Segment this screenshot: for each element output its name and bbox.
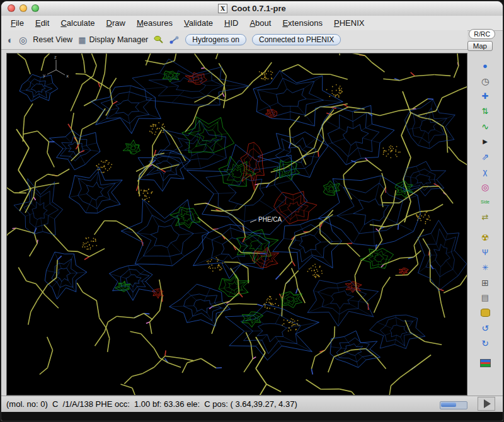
window-title: Coot 0.7.1-pre (231, 4, 286, 13)
clock-icon[interactable]: ◷ (477, 74, 493, 88)
bond-tool-icon[interactable] (169, 35, 180, 44)
menu-draw[interactable]: Draw (101, 17, 131, 29)
resize-grip-icon (484, 399, 491, 408)
display-manager-label: Display Manager (89, 35, 148, 44)
redo-icon[interactable]: ↻ (477, 336, 493, 350)
resize-grip[interactable] (478, 397, 495, 411)
center-icon[interactable]: ◎ (19, 35, 27, 45)
title-area: X Coot 0.7.1-pre (218, 4, 286, 13)
density-scene: z x y PHE/CA (7, 54, 467, 395)
stereo-icon[interactable]: ◐ (8, 35, 13, 45)
axis-y-label: y (43, 73, 45, 78)
toolbar-group-separator (474, 351, 496, 355)
key-icon[interactable] (154, 35, 164, 44)
window-frame-bottom (1, 412, 503, 421)
rotamer-icon[interactable]: χ (477, 165, 493, 178)
menu-file[interactable]: File (5, 17, 30, 29)
display-grid-icon: ▦ (78, 36, 86, 44)
database-icon[interactable] (477, 306, 493, 319)
torsion-icon[interactable]: ∿ (477, 120, 493, 133)
status-text: (mol. no: 0) C /1/A/138 PHE occ: 1.00 bf… (6, 396, 297, 412)
rotate-translate-icon[interactable]: ⇅ (477, 105, 493, 118)
right-toolbar: ●◷✚⇅∿▶⇗χ◎Side⇄☢Ψ✳⊞▤↺↻ (474, 59, 496, 370)
sphere-icon[interactable]: ● (477, 59, 493, 72)
map-button[interactable]: Map (467, 41, 493, 51)
residue-label-text: PHE/CA (258, 216, 282, 223)
coot-window: X Coot 0.7.1-pre File Edit Calculate Dra… (1, 1, 503, 421)
bonds-icon[interactable]: ✳ (477, 261, 493, 274)
menu-calculate[interactable]: Calculate (55, 17, 100, 29)
toolbar: ◐ ◎ Reset View ▦ Display Manager Hydroge… (1, 30, 467, 50)
statusbar: (mol. no: 0) C /1/A/138 PHE occ: 1.00 bf… (1, 396, 503, 413)
menu-extensions[interactable]: Extensions (277, 17, 328, 29)
undo-icon[interactable]: ↺ (477, 321, 493, 334)
play-icon[interactable]: ▶ (477, 135, 493, 148)
add-box-icon[interactable]: ⊞ (477, 276, 493, 289)
reset-view-button[interactable]: Reset View (33, 35, 72, 44)
window-controls (8, 4, 43, 12)
close-button[interactable] (8, 4, 15, 12)
drag-icon[interactable]: ⇗ (477, 150, 493, 163)
menu-edit[interactable]: Edit (30, 17, 55, 29)
menu-validate[interactable]: Validate (178, 17, 219, 29)
branch-icon[interactable]: Ψ (477, 246, 493, 259)
zoom-button[interactable] (32, 4, 39, 12)
hydrogens-toggle[interactable]: Hydrogens on (185, 34, 246, 45)
flag-icon[interactable] (477, 356, 493, 370)
minimize-button[interactable] (20, 4, 27, 12)
x11-icon: X (218, 4, 227, 13)
menu-phenix[interactable]: PHENIX (328, 17, 370, 29)
radiation-icon[interactable]: ☢ (477, 231, 493, 244)
titlebar: X Coot 0.7.1-pre (1, 1, 503, 16)
move-atoms-icon[interactable]: ✚ (477, 89, 493, 103)
mutate-icon[interactable]: ⇄ (477, 210, 493, 224)
mini-scrollbar[interactable] (440, 401, 467, 409)
rrc-button[interactable]: R/RC (469, 29, 495, 39)
axes-indicator: z x y (43, 55, 69, 79)
printer-icon[interactable]: ▤ (477, 291, 493, 304)
rings-icon[interactable]: ◎ (477, 180, 493, 193)
phenix-status-button[interactable]: Connected to PHENIX (252, 34, 341, 45)
display-manager-button[interactable]: ▦ Display Manager (78, 35, 148, 44)
menu-about[interactable]: About (244, 17, 277, 29)
axis-z-label: z (54, 55, 57, 60)
menu-measures[interactable]: Measures (131, 17, 178, 29)
toolbar-group-separator (474, 225, 496, 229)
molecular-viewport[interactable]: z x y PHE/CA (6, 53, 467, 396)
scrollbar-thumb[interactable] (441, 402, 456, 407)
menubar: File Edit Calculate Draw Measures Valida… (1, 16, 503, 31)
menu-hid[interactable]: HID (219, 17, 244, 29)
axis-x-label: x (66, 74, 69, 79)
side-chain-icon[interactable]: Side (477, 195, 493, 208)
